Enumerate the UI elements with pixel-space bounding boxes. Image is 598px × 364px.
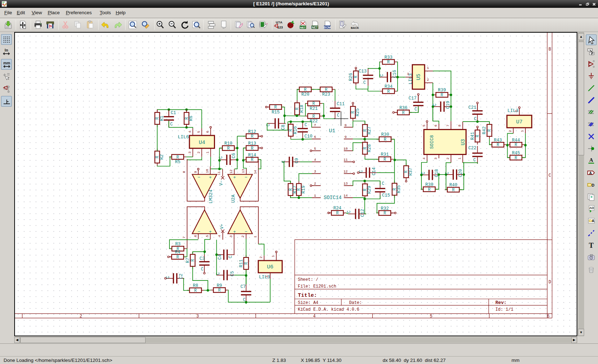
svg-text:10: 10	[205, 169, 209, 173]
svg-text:R12: R12	[248, 129, 256, 134]
svg-text:R: R	[402, 111, 405, 116]
svg-text:C15: C15	[382, 193, 390, 198]
svg-text:R23: R23	[322, 92, 330, 97]
svg-text:C: C	[474, 117, 476, 122]
svg-text:C11: C11	[337, 102, 345, 107]
svg-text:+: +	[233, 229, 236, 235]
svg-text:9: 9	[194, 171, 198, 173]
svg-text:6: 6	[194, 235, 198, 237]
svg-text:C20: C20	[458, 169, 463, 177]
svg-text:R35: R35	[397, 185, 402, 193]
svg-text:R37: R37	[408, 168, 413, 176]
svg-text:11: 11	[217, 171, 221, 176]
svg-text:R: R	[194, 288, 197, 293]
svg-text:−: −	[245, 175, 247, 180]
svg-text:U5: U5	[416, 74, 422, 80]
svg-text:R: R	[383, 211, 386, 216]
svg-text:R: R	[441, 93, 443, 98]
svg-text:2: 2	[508, 130, 512, 132]
svg-text:Rev:: Rev:	[495, 300, 507, 305]
svg-text:6: 6	[547, 314, 549, 319]
svg-text:V−: V−	[219, 181, 224, 186]
svg-text:R1: R1	[159, 116, 164, 121]
svg-text:C: C	[432, 103, 437, 106]
svg-text:R: R	[428, 187, 430, 192]
svg-text:R: R	[251, 134, 253, 139]
svg-text:10: 10	[343, 147, 348, 151]
svg-text:R24: R24	[334, 206, 342, 211]
svg-text:R28: R28	[367, 144, 372, 152]
svg-text:R38: R38	[425, 182, 434, 187]
svg-text:R4: R4	[175, 250, 180, 255]
svg-text:3: 3	[196, 314, 199, 319]
svg-text:R29: R29	[367, 186, 372, 194]
svg-text:R42: R42	[482, 127, 487, 135]
svg-text:7: 7	[446, 125, 450, 127]
svg-text:R: R	[227, 146, 230, 151]
svg-text:U6: U6	[267, 264, 273, 270]
svg-text:R: R	[515, 143, 517, 148]
svg-text:C9: C9	[294, 158, 299, 163]
svg-text:R26: R26	[348, 73, 353, 81]
svg-text:3: 3	[265, 275, 269, 278]
svg-text:13: 13	[241, 169, 245, 173]
svg-text:U7: U7	[516, 119, 523, 125]
svg-text:12: 12	[229, 170, 233, 174]
svg-text:4: 4	[422, 157, 426, 160]
svg-text:R32: R32	[381, 206, 389, 211]
svg-text:C21: C21	[468, 105, 477, 110]
svg-text:R: R	[218, 288, 221, 293]
svg-text:R30: R30	[381, 132, 389, 137]
svg-text:C2: C2	[179, 273, 184, 279]
svg-text:NET: NET	[300, 26, 306, 29]
svg-text:R: R	[325, 87, 327, 92]
svg-text:A: A	[589, 157, 593, 163]
svg-text:C: C	[201, 267, 203, 272]
svg-text:R44: R44	[512, 138, 520, 143]
svg-text:C17: C17	[409, 96, 417, 101]
svg-text:mm: mm	[3, 61, 10, 65]
svg-text:C: C	[363, 80, 366, 85]
svg-text:R: R	[304, 87, 306, 92]
svg-text:BACK: BACK	[351, 26, 359, 30]
svg-text:T: T	[589, 241, 594, 249]
svg-text:R: R	[251, 157, 253, 162]
svg-text:12: 12	[343, 170, 348, 173]
svg-text:BOM: BOM	[324, 26, 331, 29]
svg-text:C: C	[379, 74, 384, 76]
svg-text:R8: R8	[193, 283, 198, 288]
svg-text:11: 11	[343, 158, 348, 162]
svg-text:Date:: Date:	[349, 300, 362, 305]
svg-text:7: 7	[314, 123, 316, 127]
svg-text:R3: R3	[175, 242, 180, 247]
svg-text:R: R	[313, 114, 315, 119]
svg-text:C: C	[414, 107, 417, 112]
svg-text:KiCad E.D.A. kicad 4.0.6: KiCad E.D.A. kicad 4.0.6	[298, 307, 360, 312]
svg-text:R13: R13	[248, 141, 256, 146]
svg-text:1: 1	[427, 66, 429, 70]
svg-text:2: 2	[241, 235, 245, 237]
svg-text:C: C	[445, 172, 450, 174]
svg-text:4: 4	[217, 235, 221, 237]
svg-text:R: R	[515, 156, 517, 161]
svg-text:8: 8	[182, 171, 186, 173]
svg-text:C1: C1	[171, 111, 176, 116]
svg-text:R: R	[387, 60, 390, 65]
svg-text:R: R	[387, 89, 390, 94]
svg-text:R: R	[274, 105, 277, 110]
svg-text:1: 1	[520, 130, 524, 132]
svg-text:C5: C5	[230, 271, 235, 276]
svg-text:R40: R40	[449, 183, 457, 188]
svg-text:2: 2	[197, 151, 201, 154]
svg-text:1: 1	[206, 151, 210, 154]
svg-text:R9: R9	[217, 283, 222, 288]
svg-text:6: 6	[434, 124, 438, 127]
svg-text:R14: R14	[248, 153, 256, 158]
svg-text:R2: R2	[159, 154, 164, 160]
svg-text:NET: NET	[312, 26, 318, 29]
svg-text:LM324: LM324	[208, 189, 214, 203]
svg-text:R18: R18	[299, 105, 304, 113]
svg-text:R: R	[177, 155, 179, 160]
svg-text:V+: V+	[220, 224, 225, 229]
svg-text:C3: C3	[199, 256, 205, 261]
